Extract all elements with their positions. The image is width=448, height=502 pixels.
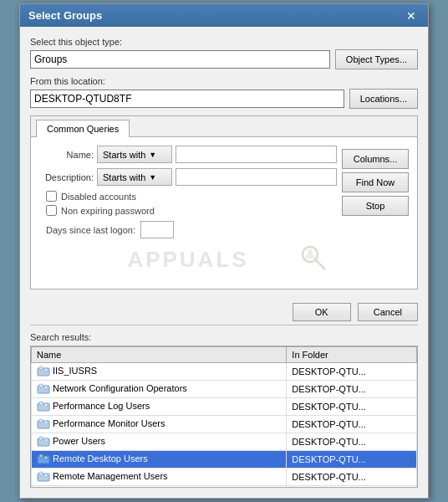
object-types-button[interactable]: Object Types... (335, 49, 418, 69)
table-row[interactable]: Performance Monitor UsersDESKTOP-QTU... (32, 416, 417, 433)
search-icon (298, 243, 328, 279)
dialog-title: Select Groups (28, 9, 102, 22)
location-label: From this location: (30, 76, 418, 86)
svg-point-5 (44, 368, 48, 371)
group-icon (37, 382, 50, 396)
row-folder: DESKTOP-QTU... (287, 486, 417, 489)
locations-button[interactable]: Locations... (349, 89, 418, 109)
tab-content: Name: Starts with ▼ Description: Starts (31, 137, 417, 289)
svg-point-20 (44, 456, 48, 459)
col-header-name: Name (32, 347, 287, 363)
disabled-accounts-label: Disabled accounts (61, 192, 136, 202)
svg-point-11 (44, 403, 48, 407)
svg-rect-22 (39, 472, 43, 475)
table-row[interactable]: Performance Log UsersDESKTOP-QTU... (32, 398, 417, 416)
close-button[interactable]: ✕ (403, 10, 420, 22)
table-row[interactable]: Remote Desktop UsersDESKTOP-QTU... (32, 451, 417, 469)
watermark-text: APPUALS (127, 247, 248, 273)
title-bar: Select Groups ✕ (20, 4, 428, 27)
non-expiring-row: Non expiring password (39, 205, 337, 216)
row-folder: DESKTOP-QTU... (287, 416, 417, 433)
cancel-button[interactable]: Cancel (358, 303, 418, 321)
group-icon (37, 400, 50, 413)
watermark-area: APPUALS (39, 238, 337, 280)
object-type-input[interactable] (30, 50, 330, 69)
row-name: Remote Management Users (32, 469, 287, 486)
non-expiring-checkbox[interactable] (46, 205, 57, 216)
tab-section: Common Queries Name: Starts with ▼ (30, 115, 418, 289)
days-label: Days since last logon: (46, 225, 135, 235)
svg-rect-7 (39, 384, 43, 387)
select-groups-dialog: Select Groups ✕ Select this object type:… (19, 3, 429, 499)
svg-rect-19 (39, 454, 43, 458)
table-row[interactable]: Power UsersDESKTOP-QTU... (32, 433, 417, 451)
row-folder: DESKTOP-QTU... (287, 381, 417, 398)
results-wrapper[interactable]: Name In Folder IIS_IUSRSDESKTOP-QTU...Ne… (30, 346, 418, 488)
table-header-row: Name In Folder (32, 347, 417, 363)
name-starts-with-dropdown[interactable]: Starts with ▼ (97, 146, 172, 163)
tab-right-buttons: Columns... Find Now Stop (342, 146, 409, 280)
disabled-accounts-row: Disabled accounts (39, 191, 337, 202)
location-row: Locations... (30, 89, 418, 109)
row-name: Power Users (32, 433, 287, 451)
desc-starts-with-dropdown[interactable]: Starts with ▼ (97, 168, 172, 186)
group-icon (37, 365, 50, 378)
svg-point-8 (44, 386, 48, 389)
table-row[interactable]: Remote Management UsersDESKTOP-QTU... (32, 469, 417, 486)
group-icon (37, 435, 50, 448)
tab-form-left: Name: Starts with ▼ Description: Starts (39, 146, 337, 280)
row-name: IIS_IUSRS (32, 363, 287, 381)
row-folder: DESKTOP-QTU... (287, 469, 417, 486)
dialog-body: Select this object type: Object Types...… (20, 27, 428, 498)
svg-rect-16 (39, 437, 43, 440)
group-icon (37, 453, 50, 466)
row-name: Remote Desktop Users (32, 451, 287, 469)
results-label: Search results: (30, 332, 418, 342)
row-folder: DESKTOP-QTU... (287, 451, 417, 469)
row-folder: DESKTOP-QTU... (287, 363, 417, 381)
ok-cancel-row: OK Cancel (30, 298, 418, 325)
table-row[interactable]: IIS_IUSRSDESKTOP-QTU... (32, 363, 417, 381)
row-folder: DESKTOP-QTU... (287, 398, 417, 416)
svg-point-23 (44, 474, 48, 477)
object-type-row: Object Types... (30, 49, 418, 69)
stop-button[interactable]: Stop (342, 196, 409, 216)
object-type-label: Select this object type: (30, 37, 418, 47)
description-text-input[interactable] (176, 168, 337, 186)
group-icon (37, 417, 50, 431)
svg-rect-13 (39, 419, 43, 423)
find-now-button[interactable]: Find Now (342, 172, 409, 192)
table-row[interactable]: ReplicatorDESKTOP-QTU... (32, 486, 417, 489)
location-input[interactable] (30, 90, 344, 108)
disabled-accounts-checkbox[interactable] (46, 191, 57, 202)
name-label: Name: (39, 150, 94, 160)
tab-header: Common Queries (31, 116, 417, 137)
row-name: Replicator (32, 486, 287, 489)
results-section: Search results: Name In Folder IIS_IUSRS… (30, 325, 418, 488)
days-input[interactable] (140, 221, 174, 238)
ok-button[interactable]: OK (293, 303, 351, 321)
row-folder: DESKTOP-QTU... (287, 433, 417, 451)
description-label: Description: (39, 172, 94, 182)
name-row: Name: Starts with ▼ (39, 146, 337, 163)
col-header-folder: In Folder (287, 347, 417, 363)
desc-dropdown-arrow-icon: ▼ (149, 173, 156, 182)
row-name: Performance Monitor Users (32, 416, 287, 433)
group-icon (37, 470, 50, 484)
common-queries-tab[interactable]: Common Queries (36, 120, 130, 137)
svg-line-1 (315, 259, 325, 269)
name-text-input[interactable] (176, 146, 337, 163)
desc-dropdown-label: Starts with (103, 172, 145, 182)
svg-rect-10 (39, 402, 43, 405)
svg-point-14 (44, 421, 48, 424)
svg-rect-4 (39, 366, 43, 370)
tab-form-area: Name: Starts with ▼ Description: Starts (39, 146, 409, 280)
name-dropdown-arrow-icon: ▼ (149, 151, 156, 159)
non-expiring-label: Non expiring password (61, 206, 155, 216)
table-row[interactable]: Network Configuration OperatorsDESKTOP-Q… (32, 381, 417, 398)
row-name: Performance Log Users (32, 398, 287, 416)
row-name: Network Configuration Operators (32, 381, 287, 398)
results-table: Name In Folder IIS_IUSRSDESKTOP-QTU...Ne… (31, 346, 417, 488)
description-row: Description: Starts with ▼ (39, 168, 337, 186)
columns-button[interactable]: Columns... (342, 149, 409, 169)
